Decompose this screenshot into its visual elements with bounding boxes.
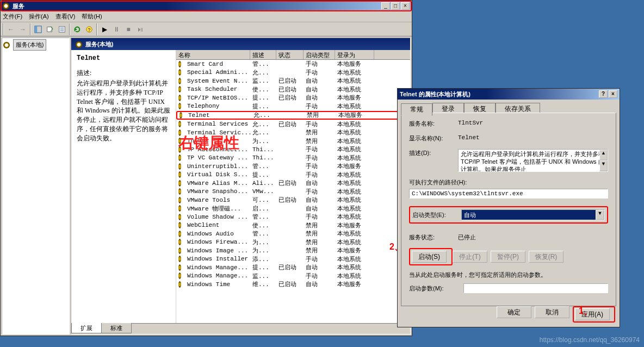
- tab-standard[interactable]: 标准: [101, 323, 132, 333]
- table-row[interactable]: TCP/IP NetBIOS...提...已启动自动本地服务: [176, 94, 410, 102]
- menu-help[interactable]: 帮助(H): [82, 13, 102, 21]
- menu-view[interactable]: 查看(V): [55, 13, 76, 21]
- desc-text: 允许远程用户登录到此计算机并运行程序，并支持多种 TCP/IP Telnet 客…: [77, 79, 170, 143]
- restart-service-button[interactable]: ⏯: [134, 23, 146, 35]
- table-row[interactable]: Windows Time维...已启动自动本地服务: [176, 280, 410, 289]
- minimize-button[interactable]: _: [381, 2, 390, 10]
- back-button[interactable]: ←: [5, 23, 17, 35]
- table-row[interactable]: Windows Firewa...为...禁用本地系统: [176, 238, 410, 247]
- table-row[interactable]: TP VC Gateway ...Thi...手动本地系统: [176, 154, 410, 163]
- refresh-button[interactable]: [71, 23, 83, 35]
- tab-extended[interactable]: 扩展: [71, 323, 102, 333]
- table-row[interactable]: VMware Alias M...Ali...已启动自动本地系统: [176, 179, 410, 188]
- ok-button[interactable]: 确定: [497, 306, 531, 318]
- description-panel: Telnet 描述: 允许远程用户登录到此计算机并运行程序，并支持多种 TCP/…: [71, 50, 176, 323]
- table-row[interactable]: Windows Image ...为...禁用本地服务: [176, 246, 410, 255]
- table-row[interactable]: Windows Audio管...禁用本地系统: [176, 230, 410, 238]
- forward-button[interactable]: →: [17, 23, 29, 35]
- services-icon: [76, 41, 82, 48]
- path-input[interactable]: C:\WINDOWS\system32\tlntsvr.exe: [409, 189, 608, 199]
- table-row[interactable]: Smart Card管...手动本地服务: [176, 60, 410, 69]
- pause-service-button[interactable]: ⏸: [110, 23, 122, 35]
- table-row[interactable]: WebClient使...禁用本地服务: [176, 221, 410, 230]
- list-header[interactable]: 名称 描述 状态 启动类型 登录为: [176, 50, 410, 60]
- menu-file[interactable]: 文件(F): [3, 13, 22, 21]
- gear-icon: [178, 171, 181, 178]
- table-row[interactable]: Windows Manage...监...手动本地系统: [176, 272, 410, 281]
- display-name-value: Telnet: [458, 134, 608, 141]
- gear-icon: [178, 205, 181, 212]
- show-hide-tree-button[interactable]: [32, 23, 44, 35]
- tab-general[interactable]: 常规: [401, 103, 432, 116]
- display-name-label: 显示名称(N):: [409, 134, 458, 142]
- gear-icon: [178, 78, 181, 84]
- services-window: 服务 _ □ × 文件(F) 操作(A) 查看(V) 帮助(H) ← → ? ▶…: [0, 0, 412, 336]
- service-list: 名称 描述 状态 启动类型 登录为 右键属性 Smart Card管...手动本…: [176, 50, 410, 323]
- stop-button[interactable]: 停止(T): [453, 251, 487, 263]
- table-row[interactable]: VMware Snapsho...VMw...手动本地系统: [176, 188, 410, 196]
- gear-icon: [178, 61, 181, 67]
- titlebar[interactable]: 服务 _ □ ×: [1, 1, 412, 11]
- list-body[interactable]: 右键属性 Smart Card管...手动本地服务Special Admini.…: [176, 60, 410, 323]
- col-status[interactable]: 状态: [276, 50, 304, 59]
- table-row[interactable]: Uninterruptibl...管...手动本地服务: [176, 162, 410, 171]
- annotation-rightclick-props: 右键属性: [178, 133, 239, 153]
- gear-icon: [178, 103, 181, 109]
- table-row[interactable]: VMware 物理磁...启...自动本地系统: [176, 205, 410, 213]
- hint-text: 当从此处启动服务时，您可指定所适用的启动参数。: [409, 271, 608, 279]
- table-row[interactable]: Task Scheduler使...已启动自动本地系统: [176, 85, 410, 94]
- table-row[interactable]: Telnet允...禁用本地服务: [176, 111, 410, 120]
- menubar: 文件(F) 操作(A) 查看(V) 帮助(H): [1, 11, 412, 22]
- gear-icon: [178, 69, 181, 76]
- startup-type-value: 自动: [462, 211, 596, 219]
- gear-icon: [178, 222, 181, 228]
- path-label: 可执行文件的路径(H):: [409, 178, 608, 187]
- close-button[interactable]: ×: [401, 2, 410, 10]
- table-row[interactable]: Volume Shadow ...管...手动本地系统: [176, 213, 410, 221]
- start-button[interactable]: 启动(S): [412, 251, 447, 263]
- col-name[interactable]: 名称: [176, 50, 250, 59]
- scroll-up-icon[interactable]: ▲: [599, 150, 608, 160]
- table-row[interactable]: Windows Installer添...手动本地系统: [176, 255, 410, 264]
- maximize-button[interactable]: □: [391, 2, 400, 10]
- col-logon[interactable]: 登录为: [335, 50, 374, 59]
- param-input[interactable]: [463, 283, 608, 293]
- param-label: 启动参数(M):: [409, 284, 463, 293]
- export-list-button[interactable]: [44, 23, 56, 35]
- chevron-down-icon[interactable]: ▼: [596, 210, 604, 220]
- description-textarea[interactable]: 允许远程用户登录到此计算机并运行程序，并支持多种 TCP/IP Telnet 客…: [458, 149, 608, 172]
- startup-type-combo[interactable]: 自动 ▼: [461, 209, 605, 220]
- table-row[interactable]: Terminal Services允...已启动手动本地系统: [176, 120, 410, 129]
- props-title: Telnet 的属性(本地计算机): [400, 90, 598, 98]
- gear-icon: [178, 163, 181, 170]
- service-name-value: TlntSvr: [458, 120, 608, 126]
- table-row[interactable]: VMware Tools可...已启动自动本地系统: [176, 196, 410, 205]
- col-desc[interactable]: 描述: [250, 50, 276, 59]
- resume-button[interactable]: 恢复(R): [529, 251, 564, 263]
- gear-icon: [178, 180, 181, 187]
- scroll-down-icon[interactable]: ▼: [599, 160, 608, 171]
- start-service-button[interactable]: ▶: [98, 23, 110, 35]
- svg-rect-1: [35, 26, 37, 32]
- cancel-button[interactable]: 取消: [535, 306, 569, 318]
- menu-action[interactable]: 操作(A): [29, 13, 49, 21]
- properties-button[interactable]: [56, 23, 68, 35]
- props-help-button[interactable]: ?: [599, 90, 608, 98]
- pause-button[interactable]: 暂停(P): [491, 251, 525, 263]
- props-close-button[interactable]: ×: [609, 90, 617, 98]
- table-row[interactable]: System Event N...监...已启动自动本地系统: [176, 77, 410, 85]
- table-row[interactable]: Virtual Disk S...提...手动本地系统: [176, 171, 410, 179]
- table-row[interactable]: Windows Manage...提...已启动自动本地系统: [176, 263, 410, 272]
- tree-pane[interactable]: 服务(本地): [2, 38, 70, 334]
- help-button[interactable]: ?: [83, 23, 95, 35]
- props-body: 服务名称: TlntSvr 显示名称(N): Telnet 描述(D): 允许远…: [401, 113, 616, 306]
- gear-icon: [178, 272, 181, 279]
- table-row[interactable]: Special Admini...允...手动本地系统: [176, 69, 410, 77]
- col-start[interactable]: 启动类型: [304, 50, 335, 59]
- right-pane: 服务(本地) Telnet 描述: 允许远程用户登录到此计算机并运行程序，并支持…: [71, 38, 411, 334]
- props-titlebar[interactable]: Telnet 的属性(本地计算机) ? ×: [398, 89, 620, 100]
- stop-service-button[interactable]: ■: [122, 23, 134, 35]
- table-row[interactable]: Telephony提...手动本地系统: [176, 102, 410, 111]
- tree-root-node[interactable]: 服务(本地): [13, 39, 46, 51]
- gear-icon: [179, 112, 182, 119]
